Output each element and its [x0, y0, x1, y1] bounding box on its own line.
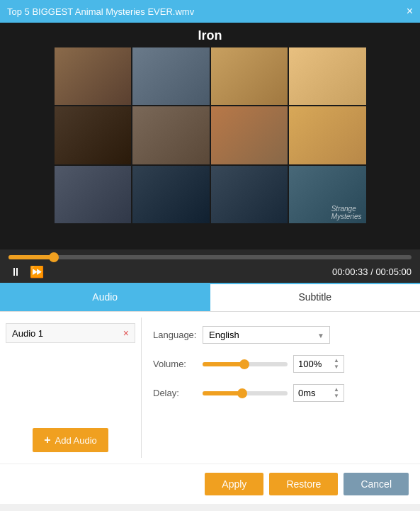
- volume-label: Volume:: [153, 359, 203, 369]
- audio-settings-panel: Language: English French Spanish German …: [142, 318, 420, 458]
- volume-up-arrow[interactable]: ▲: [334, 358, 339, 364]
- progress-thumb[interactable]: [49, 252, 59, 262]
- volume-spinner-arrows: ▲ ▼: [334, 358, 339, 370]
- pause-button[interactable]: ⏸: [8, 264, 23, 280]
- delay-slider-track[interactable]: [203, 391, 288, 395]
- delay-row: Delay: 0ms ▲ ▼: [153, 384, 409, 402]
- cancel-button[interactable]: Cancel: [344, 473, 409, 495]
- watermark: StrangeMysteries: [331, 205, 362, 220]
- ctrl-left: ⏸ ⏩: [8, 264, 45, 280]
- add-audio-button[interactable]: + Add Audio: [33, 428, 108, 452]
- apply-button[interactable]: Apply: [205, 473, 263, 495]
- progress-track[interactable]: [8, 255, 412, 259]
- video-area: Iron StrangeMysteries: [0, 23, 420, 249]
- language-select[interactable]: English French Spanish German Japanese: [203, 326, 330, 344]
- mosaic-cell: [55, 106, 132, 164]
- volume-value: 100%: [298, 359, 322, 369]
- delay-label: Delay:: [153, 388, 203, 398]
- audio-list-panel: Audio 1 × + Add Audio: [0, 318, 142, 458]
- delay-down-arrow[interactable]: ▼: [334, 393, 339, 399]
- video-title: Iron: [198, 28, 222, 43]
- footer-buttons: Apply Restore Cancel: [0, 464, 420, 504]
- delay-slider-thumb[interactable]: [237, 388, 247, 398]
- restore-button[interactable]: Restore: [269, 473, 338, 495]
- delay-value: 0ms: [298, 388, 316, 398]
- mosaic-cell: [55, 166, 132, 223]
- close-button[interactable]: ×: [407, 6, 413, 17]
- video-thumbnail: StrangeMysteries: [55, 47, 366, 223]
- controls-row: ⏸ ⏩ 00:00:33 / 00:05:00: [8, 264, 412, 280]
- mosaic-cell: [132, 106, 210, 164]
- audio-track-item: Audio 1 ×: [6, 323, 135, 343]
- mosaic-cell: [55, 47, 132, 105]
- language-select-wrapper: English French Spanish German Japanese: [203, 326, 330, 344]
- delay-up-arrow[interactable]: ▲: [334, 387, 339, 393]
- mosaic-cell: [132, 166, 210, 223]
- mosaic-cell: [132, 47, 210, 105]
- add-audio-label: Add Audio: [55, 435, 97, 446]
- current-time: 00:00:33: [332, 266, 368, 277]
- settings-area: Audio Subtitle Audio 1 × + Add Audio: [0, 283, 420, 504]
- fast-forward-button[interactable]: ⏩: [28, 264, 45, 280]
- language-row: Language: English French Spanish German …: [153, 326, 409, 344]
- volume-down-arrow[interactable]: ▼: [334, 364, 339, 370]
- settings-content: Audio 1 × + Add Audio Language: English …: [0, 312, 420, 464]
- volume-slider-track[interactable]: [203, 362, 288, 366]
- title-bar: Top 5 BIGGEST Animal Mysteries EVER.wmv …: [0, 0, 420, 23]
- total-time: 00:05:00: [375, 266, 412, 277]
- delay-control: 0ms ▲ ▼: [203, 384, 344, 402]
- video-mosaic: [55, 47, 366, 223]
- window-title: Top 5 BIGGEST Animal Mysteries EVER.wmv: [7, 6, 194, 17]
- volume-slider-thumb[interactable]: [239, 359, 249, 369]
- language-label: Language:: [153, 330, 203, 340]
- tabs-row: Audio Subtitle: [0, 284, 420, 312]
- volume-row: Volume: 100% ▲ ▼: [153, 355, 409, 373]
- mosaic-cell: [211, 106, 288, 164]
- volume-control: 100% ▲ ▼: [203, 355, 344, 373]
- time-display: 00:00:33 / 00:05:00: [332, 266, 412, 277]
- plus-icon: +: [44, 434, 50, 447]
- mosaic-cell: [289, 106, 366, 164]
- delay-spinner: 0ms ▲ ▼: [293, 384, 344, 402]
- volume-spinner: 100% ▲ ▼: [293, 355, 344, 373]
- mosaic-cell: [211, 47, 288, 105]
- tab-subtitle[interactable]: Subtitle: [210, 284, 421, 311]
- audio-track-name: Audio 1: [12, 328, 43, 339]
- tab-audio[interactable]: Audio: [0, 284, 210, 311]
- progress-area: ⏸ ⏩ 00:00:33 / 00:05:00: [0, 249, 420, 283]
- delay-spinner-arrows: ▲ ▼: [334, 387, 339, 399]
- mosaic-cell: [211, 166, 288, 223]
- remove-audio-button[interactable]: ×: [123, 327, 129, 339]
- progress-fill: [8, 255, 53, 259]
- mosaic-cell: [289, 47, 366, 105]
